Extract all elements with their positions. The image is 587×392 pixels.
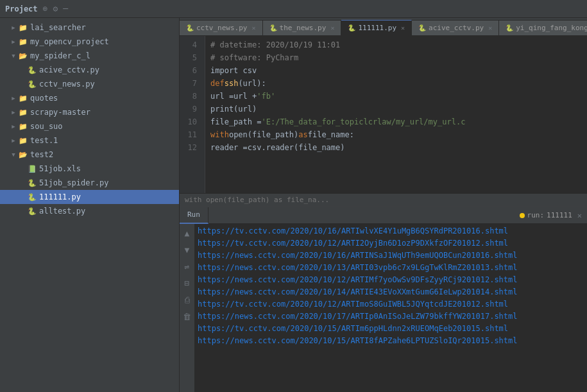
tab-the_news[interactable]: 🐍 the_news.py ✕ xyxy=(263,20,342,35)
minimize-icon[interactable]: ─ xyxy=(63,4,68,13)
close-tab-icon[interactable]: ✕ xyxy=(251,24,255,31)
console-url[interactable]: https://tv.cctv.com/2020/10/15/ARTIm6ppH… xyxy=(198,324,508,333)
line-num-6: 6 xyxy=(180,64,201,77)
tree-label: scrapy-master xyxy=(30,108,90,117)
console-url[interactable]: https://news.cctv.com/2020/10/14/ARTIE43… xyxy=(198,287,518,296)
tree-item-lai_searcher[interactable]: ▶ 📁 lai_searcher xyxy=(0,21,179,35)
tab-yi_qing[interactable]: 🐍 yi_qing_fang_kong.py ✕ xyxy=(499,20,587,35)
tab-111111[interactable]: 🐍 111111.py ✕ xyxy=(341,20,412,35)
tree-item-acive_cctv[interactable]: 🐍 acive_cctv.py xyxy=(0,63,179,77)
console-url[interactable]: https://news.cctv.com/2020/10/16/ARTINSa… xyxy=(198,251,518,260)
tree-item-cctv_news[interactable]: 🐍 cctv_news.py xyxy=(0,77,179,91)
tree-arrow: ▶ xyxy=(9,109,18,115)
scroll-up-icon[interactable]: ▲ xyxy=(181,226,194,239)
status-hint: with open(file_path) as file_na... xyxy=(185,196,329,204)
tree-item-my_opencv_project[interactable]: ▶ 📁 my_opencv_project xyxy=(0,35,179,49)
file-icon-folder: 📁 xyxy=(18,121,28,132)
close-run-icon[interactable]: ✕ xyxy=(577,211,582,220)
console-link-line: https://tv.cctv.com/2020/10/12/ARTI2OyjB… xyxy=(198,237,584,250)
console-link-line: https://news.cctv.com/2020/10/17/ARTIp0A… xyxy=(198,311,584,323)
console-url[interactable]: https://news.cctv.com/2020/10/17/ARTIp0A… xyxy=(198,312,518,321)
filter-icon[interactable]: ⊟ xyxy=(181,277,194,289)
console-link-line: https://news.cctv.com/2020/10/13/ARTI03v… xyxy=(198,262,584,274)
line-num-11: 11 xyxy=(180,128,201,141)
file-icon-py: 🐍 xyxy=(27,192,37,202)
tab-icon: 🐍 xyxy=(269,24,277,31)
tree-arrow: ▶ xyxy=(9,137,18,144)
code-line-6: import csv xyxy=(210,64,582,77)
code-line-8: url =url +'fb' xyxy=(210,90,582,103)
tab-label: cctv_news.py xyxy=(196,24,247,32)
settings-icon[interactable]: ⚙ xyxy=(53,4,58,13)
trash-icon[interactable]: 🗑 xyxy=(181,310,194,323)
console-url[interactable]: https://news.cctv.com/2020/10/12/ARTIMf7… xyxy=(198,275,518,284)
console-link-line: https://tv.cctv.com/2020/10/12/ARTImoS8G… xyxy=(198,298,584,311)
tree-label: test2 xyxy=(30,150,53,159)
line-num-9: 9 xyxy=(180,103,201,115)
tree-item-51job_xls[interactable]: 📗 51job.xls xyxy=(0,162,179,176)
console-url[interactable]: https://news.cctv.com/2020/10/13/ARTI03v… xyxy=(198,263,518,272)
tree-item-51job_spider[interactable]: 🐍 51job_spider.py xyxy=(0,176,179,190)
project-label: Project xyxy=(5,4,38,13)
tree-label: 51job_spider.py xyxy=(39,178,108,187)
console-body: ▲ ▼ ⇌ ⊟ ⎙ 🗑 https://tv.cctv.com/2020/10/… xyxy=(180,224,587,392)
file-icon-py: 🐍 xyxy=(27,178,37,188)
run-tab-label: Run xyxy=(187,210,200,219)
tree-label: acive_cctv.py xyxy=(39,65,99,74)
console-url[interactable]: https://tv.cctv.com/2020/10/12/ARTI2OyjB… xyxy=(198,239,508,248)
tree-label: sou_suo xyxy=(30,122,63,131)
tree-label: quotes xyxy=(30,94,58,103)
run-tab[interactable]: Run xyxy=(180,207,208,224)
file-icon-folder: 📁 xyxy=(18,107,28,117)
tree-label: my_opencv_project xyxy=(30,37,109,46)
console-url[interactable]: https://tv.cctv.com/2020/10/16/ARTIwlvXE… xyxy=(198,226,508,235)
tree-label: 51job.xls xyxy=(39,164,81,173)
line-numbers: 456789101112 xyxy=(180,36,205,193)
console-link-line: https://tv.cctv.com/2020/10/16/ARTIwlvXE… xyxy=(198,225,584,237)
tree-item-alltest_py[interactable]: 🐍 alltest.py xyxy=(0,204,179,218)
tree-label: cctv_news.py xyxy=(39,80,95,89)
code-line-11: with open(file_path) as file_name: xyxy=(210,128,582,141)
tab-acive_cctv[interactable]: 🐍 acive_cctv.py ✕ xyxy=(412,20,499,35)
tree-item-sou_suo[interactable]: ▶ 📁 sou_suo xyxy=(0,119,179,133)
print-icon[interactable]: ⎙ xyxy=(181,293,194,306)
console-output: https://tv.cctv.com/2020/10/16/ARTIwlvXE… xyxy=(195,224,587,392)
close-tab-icon[interactable]: ✕ xyxy=(330,24,334,31)
code-line-5: # software: PyCharm xyxy=(210,51,582,64)
line-num-10: 10 xyxy=(180,115,201,128)
close-tab-icon[interactable]: ✕ xyxy=(401,24,405,31)
file-icon-py: 🐍 xyxy=(27,206,37,216)
file-icon-folder: 📁 xyxy=(18,135,28,146)
tree-item-111111_py[interactable]: 🐍 111111.py xyxy=(0,190,179,204)
close-tab-icon[interactable]: ✕ xyxy=(488,24,492,31)
console-url[interactable]: https://news.cctv.com/2020/10/15/ARTI8fA… xyxy=(198,336,518,345)
file-icon-folder: 📁 xyxy=(18,22,28,33)
tab-cctv_news[interactable]: 🐍 cctv_news.py ✕ xyxy=(180,20,263,35)
plus-icon[interactable]: ⊕ xyxy=(43,4,48,13)
file-icon-py: 🐍 xyxy=(27,79,37,89)
file-icon-folder: 📁 xyxy=(18,93,28,103)
file-icon-py: 🐍 xyxy=(27,65,37,75)
tab-label: the_news.py xyxy=(280,24,327,32)
tree-item-test2[interactable]: ▼ 📂 test2 xyxy=(0,148,179,162)
tree-item-my_spider_c_l[interactable]: ▼ 📂 my_spider_c_l xyxy=(0,49,179,63)
tree-item-test1[interactable]: ▶ 📁 test.1 xyxy=(0,133,179,148)
tree-item-quotes[interactable]: ▶ 📁 quotes xyxy=(0,91,179,105)
scroll-down-icon[interactable]: ▼ xyxy=(181,243,194,256)
editor-area: 🐍 cctv_news.py ✕ 🐍 the_news.py ✕ 🐍 11111… xyxy=(180,18,587,392)
tab-icon: 🐍 xyxy=(348,24,355,31)
file-icon-folder: 📂 xyxy=(18,51,28,61)
top-bar: Project ⊕ ⚙ ─ xyxy=(0,0,587,18)
wrap-icon[interactable]: ⇌ xyxy=(181,260,194,273)
tree-item-scrapy_master[interactable]: ▶ 📁 scrapy-master xyxy=(0,105,179,119)
file-tree: ▶ 📁 lai_searcher ▶ 📁 my_opencv_project ▼… xyxy=(0,18,179,392)
console-url[interactable]: https://tv.cctv.com/2020/10/12/ARTImoS8G… xyxy=(198,300,508,309)
code-lines[interactable]: # datetime: 2020/10/19 11:01# software: … xyxy=(205,36,587,193)
console-side-buttons: ▲ ▼ ⇌ ⊟ ⎙ 🗑 xyxy=(180,224,195,392)
console-link-line: https://news.cctv.com/2020/10/15/ARTI8fA… xyxy=(198,335,584,347)
tab-label: acive_cctv.py xyxy=(429,24,484,32)
tree-arrow: ▼ xyxy=(9,151,18,158)
tab-icon: 🐍 xyxy=(506,24,513,31)
tab-icon: 🐍 xyxy=(186,24,194,31)
code-line-9: print(url) xyxy=(210,103,582,115)
